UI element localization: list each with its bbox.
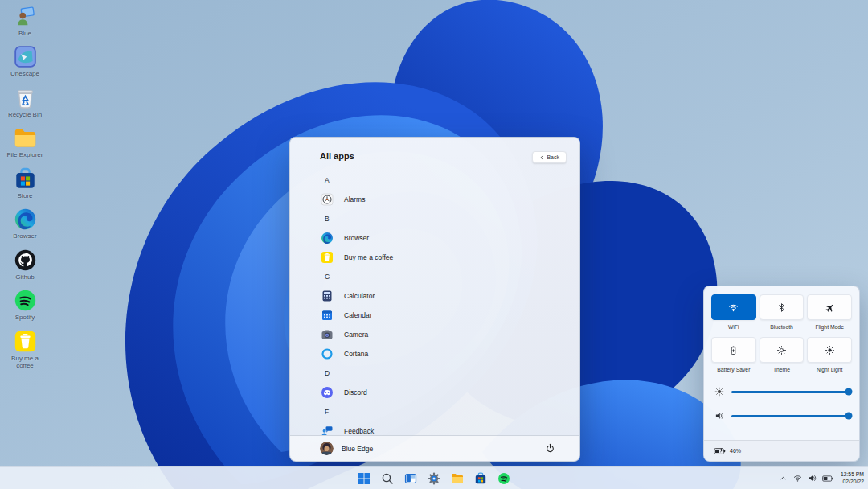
app-item-discord[interactable]: Discord bbox=[321, 383, 579, 402]
night-light-icon bbox=[825, 345, 835, 355]
desktop-icon-list: BlueUnescapeRecycle BinFile ExplorerStor… bbox=[2, 5, 48, 369]
volume-icon bbox=[714, 411, 724, 421]
battery-icon[interactable] bbox=[822, 475, 833, 483]
quick-setting-label: Flight Mode bbox=[815, 324, 844, 330]
brightness-slider-thumb[interactable] bbox=[845, 388, 853, 396]
bluetooth-toggle-button[interactable] bbox=[760, 294, 805, 320]
taskbar-store-button[interactable] bbox=[472, 470, 489, 487]
app-item-alarms[interactable]: Alarms bbox=[321, 190, 579, 209]
clock[interactable]: 12:55 PM 02/20/22 bbox=[839, 471, 864, 486]
desktop-icon-label: Spotify bbox=[15, 314, 35, 321]
desktop-icon-browser[interactable]: Browser bbox=[2, 208, 48, 240]
quick-settings-panel: WiFiBluetoothFlight ModeBattery SaverThe… bbox=[703, 286, 860, 462]
wifi-icon[interactable] bbox=[793, 474, 802, 483]
discord-icon bbox=[321, 386, 334, 399]
taskbar-spotify-button[interactable] bbox=[495, 470, 513, 487]
app-section-letter-c[interactable]: C bbox=[321, 267, 579, 286]
start-menu-footer: Blue Edge bbox=[290, 435, 579, 461]
night-light-toggle-button[interactable] bbox=[807, 337, 852, 363]
desktop-icon-recycle-bin[interactable]: Recycle Bin bbox=[2, 86, 48, 118]
desktop-icon-label: Unescape bbox=[10, 70, 39, 77]
flight-mode-toggle-button[interactable] bbox=[807, 294, 852, 320]
app-item-buy-me-a-coffee[interactable]: Buy me a coffee bbox=[321, 248, 579, 267]
desktop-icon-blue[interactable]: Blue bbox=[2, 5, 48, 37]
quick-setting-label: Bluetooth bbox=[770, 324, 793, 330]
user-profile-button[interactable]: Blue Edge bbox=[320, 442, 373, 455]
power-button[interactable] bbox=[545, 443, 555, 454]
spotify-icon bbox=[497, 472, 510, 485]
clock-date: 02/20/22 bbox=[841, 479, 864, 486]
app-item-label: Feedback bbox=[344, 427, 374, 435]
app-item-label: Camera bbox=[344, 331, 368, 339]
taskbar-settings-button[interactable] bbox=[425, 470, 443, 487]
wifi-toggle-button[interactable] bbox=[711, 294, 756, 320]
brightness-slider[interactable] bbox=[731, 391, 849, 393]
app-item-camera[interactable]: Camera bbox=[321, 325, 579, 344]
chevron-up-icon[interactable] bbox=[779, 474, 788, 483]
calendar-icon bbox=[321, 309, 334, 322]
app-item-label: Browser bbox=[344, 234, 369, 242]
volume-slider-thumb[interactable] bbox=[845, 413, 853, 420]
app-section-letter-a[interactable]: A bbox=[321, 171, 579, 190]
quick-setting-flight-mode: Flight Mode bbox=[808, 294, 851, 330]
blue-profile-icon bbox=[14, 5, 37, 28]
desktop-icon-github[interactable]: Github bbox=[2, 249, 48, 281]
app-item-calendar[interactable]: Calendar bbox=[321, 306, 579, 325]
quick-settings-toggles: WiFiBluetoothFlight ModeBattery SaverThe… bbox=[704, 286, 859, 372]
app-section-letter-f[interactable]: F bbox=[321, 402, 579, 421]
app-item-label: Buy me a coffee bbox=[344, 253, 393, 261]
app-item-calculator[interactable]: Calculator bbox=[321, 286, 579, 306]
flight-mode-icon bbox=[825, 302, 835, 313]
desktop-icon-store[interactable]: Store bbox=[2, 167, 48, 199]
taskbar: 12:55 PM 02/20/22 bbox=[0, 466, 868, 489]
desktop-icon-spotify[interactable]: Spotify bbox=[2, 289, 48, 321]
quick-setting-wifi: WiFi bbox=[712, 294, 755, 330]
windows-start-icon bbox=[358, 472, 371, 485]
taskbar-task-view-button[interactable] bbox=[402, 470, 420, 487]
quick-setting-battery-saver: Battery Saver bbox=[712, 337, 755, 372]
back-chevron-icon bbox=[539, 155, 544, 160]
battery-status-row: 46% bbox=[704, 440, 859, 461]
recycle-bin-icon bbox=[14, 86, 37, 109]
coffee-icon bbox=[14, 330, 37, 353]
quick-setting-theme: Theme bbox=[760, 337, 804, 372]
app-item-browser[interactable]: Browser bbox=[321, 228, 579, 248]
volume-slider[interactable] bbox=[731, 415, 849, 417]
app-item-label: Alarms bbox=[344, 195, 365, 203]
battery-saver-toggle-button[interactable] bbox=[711, 337, 756, 363]
spotify-icon bbox=[14, 289, 37, 312]
app-item-cortana[interactable]: Cortana bbox=[321, 344, 579, 364]
app-section-letter-d[interactable]: D bbox=[321, 364, 579, 383]
desktop-icon-label: Buy me a coffee bbox=[3, 355, 47, 370]
quick-setting-label: WiFi bbox=[728, 324, 739, 330]
unescape-icon bbox=[14, 45, 37, 68]
bluetooth-icon bbox=[776, 302, 787, 313]
taskbar-start-button[interactable] bbox=[355, 470, 373, 487]
app-item-label: Calculator bbox=[344, 292, 375, 300]
app-item-label: Cortana bbox=[344, 350, 368, 358]
volume-icon[interactable] bbox=[808, 474, 817, 483]
github-icon bbox=[14, 249, 37, 272]
desktop-icon-label: Recycle Bin bbox=[8, 111, 42, 118]
app-item-feedback[interactable]: Feedback bbox=[321, 421, 579, 435]
app-section-letter-b[interactable]: B bbox=[321, 209, 579, 228]
taskbar-search-button[interactable] bbox=[379, 470, 396, 487]
desktop-icon-buy-me-a-coffee[interactable]: Buy me a coffee bbox=[2, 330, 48, 370]
app-item-label: Calendar bbox=[344, 311, 372, 319]
coffee-icon bbox=[321, 251, 334, 264]
quick-setting-bluetooth: Bluetooth bbox=[760, 294, 804, 330]
desktop-icon-file-explorer[interactable]: File Explorer bbox=[2, 126, 48, 158]
taskbar-file-explorer-button[interactable] bbox=[448, 470, 466, 487]
desktop-icon-unescape[interactable]: Unescape bbox=[2, 45, 48, 77]
user-name: Blue Edge bbox=[342, 445, 373, 453]
battery-percent: 46% bbox=[730, 448, 741, 454]
file-explorer-icon bbox=[14, 126, 37, 150]
desktop-icon-label: Browser bbox=[13, 232, 36, 240]
store-icon bbox=[14, 167, 37, 191]
back-button[interactable]: Back bbox=[532, 151, 567, 163]
brightness-slider-row bbox=[714, 387, 849, 397]
theme-toggle-button[interactable] bbox=[760, 337, 805, 363]
taskbar-app-icons bbox=[355, 467, 513, 489]
desktop-icon-label: Github bbox=[15, 273, 35, 281]
wifi-icon bbox=[728, 302, 739, 313]
